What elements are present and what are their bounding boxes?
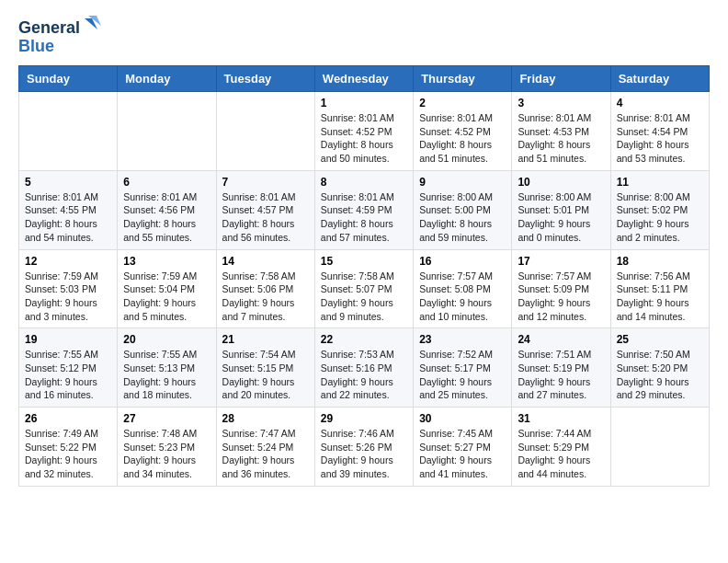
calendar-cell	[610, 408, 709, 487]
day-number: 8	[321, 176, 407, 189]
svg-text:General: General	[18, 18, 80, 37]
calendar-cell	[19, 92, 118, 171]
calendar-cell: 30Sunrise: 7:45 AM Sunset: 5:27 PM Dayli…	[414, 408, 512, 487]
day-number: 17	[518, 255, 604, 268]
calendar-cell: 8Sunrise: 8:01 AM Sunset: 4:59 PM Daylig…	[314, 170, 413, 249]
day-info: Sunrise: 8:01 AM Sunset: 4:53 PM Dayligh…	[518, 111, 604, 166]
day-info: Sunrise: 7:58 AM Sunset: 5:07 PM Dayligh…	[321, 270, 407, 324]
day-info: Sunrise: 8:01 AM Sunset: 4:57 PM Dayligh…	[222, 190, 309, 245]
day-info: Sunrise: 8:00 AM Sunset: 5:02 PM Dayligh…	[617, 190, 703, 245]
day-info: Sunrise: 8:01 AM Sunset: 4:59 PM Dayligh…	[321, 190, 407, 245]
day-info: Sunrise: 7:49 AM Sunset: 5:22 PM Dayligh…	[25, 427, 111, 481]
day-info: Sunrise: 7:51 AM Sunset: 5:19 PM Dayligh…	[518, 348, 604, 402]
svg-text:Blue: Blue	[18, 37, 54, 55]
day-number: 23	[419, 333, 506, 346]
day-info: Sunrise: 7:55 AM Sunset: 5:12 PM Dayligh…	[25, 348, 111, 402]
calendar-cell: 13Sunrise: 7:59 AM Sunset: 5:04 PM Dayli…	[118, 249, 216, 328]
day-number: 24	[518, 333, 604, 346]
day-info: Sunrise: 8:01 AM Sunset: 4:52 PM Dayligh…	[321, 111, 407, 166]
day-info: Sunrise: 7:46 AM Sunset: 5:26 PM Dayligh…	[321, 427, 407, 481]
calendar-cell: 24Sunrise: 7:51 AM Sunset: 5:19 PM Dayli…	[512, 328, 610, 408]
calendar-cell: 17Sunrise: 7:57 AM Sunset: 5:09 PM Dayli…	[512, 249, 610, 328]
calendar-table: SundayMondayTuesdayWednesdayThursdayFrid…	[18, 65, 710, 487]
day-info: Sunrise: 8:01 AM Sunset: 4:55 PM Dayligh…	[25, 190, 111, 245]
calendar-week-row: 19Sunrise: 7:55 AM Sunset: 5:12 PM Dayli…	[19, 328, 710, 408]
day-number: 3	[518, 97, 604, 109]
day-info: Sunrise: 7:47 AM Sunset: 5:24 PM Dayligh…	[222, 427, 309, 481]
calendar-cell: 14Sunrise: 7:58 AM Sunset: 5:06 PM Dayli…	[216, 249, 314, 328]
day-number: 15	[321, 255, 407, 268]
calendar-cell: 26Sunrise: 7:49 AM Sunset: 5:22 PM Dayli…	[19, 408, 118, 487]
weekday-header: Sunday	[19, 66, 118, 92]
weekday-header: Wednesday	[314, 66, 413, 92]
day-number: 6	[123, 176, 210, 189]
calendar-cell: 3Sunrise: 8:01 AM Sunset: 4:53 PM Daylig…	[512, 92, 610, 171]
day-number: 31	[518, 412, 604, 425]
day-number: 12	[25, 255, 111, 268]
day-info: Sunrise: 7:57 AM Sunset: 5:08 PM Dayligh…	[419, 270, 506, 324]
day-number: 1	[321, 97, 407, 109]
weekday-header: Friday	[512, 66, 610, 92]
day-number: 20	[123, 333, 210, 346]
calendar-cell	[216, 92, 314, 171]
day-info: Sunrise: 7:54 AM Sunset: 5:15 PM Dayligh…	[222, 348, 309, 402]
day-info: Sunrise: 8:00 AM Sunset: 5:01 PM Dayligh…	[518, 190, 604, 245]
logo: General Blue	[18, 15, 101, 56]
calendar-cell: 5Sunrise: 8:01 AM Sunset: 4:55 PM Daylig…	[19, 170, 118, 249]
day-number: 5	[25, 176, 111, 189]
day-number: 9	[419, 176, 506, 189]
day-info: Sunrise: 7:57 AM Sunset: 5:09 PM Dayligh…	[518, 270, 604, 324]
day-info: Sunrise: 7:48 AM Sunset: 5:23 PM Dayligh…	[123, 427, 210, 481]
day-number: 30	[419, 412, 506, 425]
day-info: Sunrise: 7:55 AM Sunset: 5:13 PM Dayligh…	[123, 348, 210, 402]
day-number: 11	[617, 176, 703, 189]
calendar-cell: 12Sunrise: 7:59 AM Sunset: 5:03 PM Dayli…	[19, 249, 118, 328]
day-info: Sunrise: 7:58 AM Sunset: 5:06 PM Dayligh…	[222, 270, 309, 324]
calendar-cell: 29Sunrise: 7:46 AM Sunset: 5:26 PM Dayli…	[314, 408, 413, 487]
calendar-cell: 21Sunrise: 7:54 AM Sunset: 5:15 PM Dayli…	[216, 328, 314, 408]
calendar-cell: 28Sunrise: 7:47 AM Sunset: 5:24 PM Dayli…	[216, 408, 314, 487]
day-number: 4	[617, 97, 703, 109]
calendar-week-row: 12Sunrise: 7:59 AM Sunset: 5:03 PM Dayli…	[19, 249, 710, 328]
day-info: Sunrise: 7:45 AM Sunset: 5:27 PM Dayligh…	[419, 427, 506, 481]
day-number: 19	[25, 333, 111, 346]
calendar-cell: 27Sunrise: 7:48 AM Sunset: 5:23 PM Dayli…	[118, 408, 216, 487]
calendar-cell: 18Sunrise: 7:56 AM Sunset: 5:11 PM Dayli…	[610, 249, 709, 328]
day-info: Sunrise: 8:01 AM Sunset: 4:54 PM Dayligh…	[617, 111, 703, 166]
day-number: 13	[123, 255, 210, 268]
day-info: Sunrise: 7:56 AM Sunset: 5:11 PM Dayligh…	[617, 270, 703, 324]
header: General Blue	[18, 15, 710, 56]
day-number: 29	[321, 412, 407, 425]
calendar-cell: 4Sunrise: 8:01 AM Sunset: 4:54 PM Daylig…	[610, 92, 709, 171]
day-info: Sunrise: 7:59 AM Sunset: 5:04 PM Dayligh…	[123, 270, 210, 324]
weekday-header: Thursday	[414, 66, 512, 92]
day-number: 21	[222, 333, 309, 346]
calendar-cell	[118, 92, 216, 171]
day-number: 16	[419, 255, 506, 268]
calendar-cell: 22Sunrise: 7:53 AM Sunset: 5:16 PM Dayli…	[314, 328, 413, 408]
calendar-cell: 2Sunrise: 8:01 AM Sunset: 4:52 PM Daylig…	[414, 92, 512, 171]
weekday-header: Tuesday	[216, 66, 314, 92]
calendar-cell: 7Sunrise: 8:01 AM Sunset: 4:57 PM Daylig…	[216, 170, 314, 249]
day-info: Sunrise: 7:53 AM Sunset: 5:16 PM Dayligh…	[321, 348, 407, 402]
day-number: 22	[321, 333, 407, 346]
calendar-week-row: 5Sunrise: 8:01 AM Sunset: 4:55 PM Daylig…	[19, 170, 710, 249]
weekday-header: Monday	[118, 66, 216, 92]
day-info: Sunrise: 8:00 AM Sunset: 5:00 PM Dayligh…	[419, 190, 506, 245]
day-info: Sunrise: 8:01 AM Sunset: 4:56 PM Dayligh…	[123, 190, 210, 245]
day-info: Sunrise: 7:50 AM Sunset: 5:20 PM Dayligh…	[617, 348, 703, 402]
calendar-cell: 9Sunrise: 8:00 AM Sunset: 5:00 PM Daylig…	[414, 170, 512, 249]
weekday-header: Saturday	[610, 66, 709, 92]
page: General Blue SundayMondayTuesdayWednesda…	[0, 0, 728, 501]
day-number: 10	[518, 176, 604, 189]
calendar-cell: 16Sunrise: 7:57 AM Sunset: 5:08 PM Dayli…	[414, 249, 512, 328]
day-number: 27	[123, 412, 210, 425]
day-info: Sunrise: 8:01 AM Sunset: 4:52 PM Dayligh…	[419, 111, 506, 166]
day-number: 7	[222, 176, 309, 189]
calendar-cell: 15Sunrise: 7:58 AM Sunset: 5:07 PM Dayli…	[314, 249, 413, 328]
calendar-cell: 19Sunrise: 7:55 AM Sunset: 5:12 PM Dayli…	[19, 328, 118, 408]
day-info: Sunrise: 7:59 AM Sunset: 5:03 PM Dayligh…	[25, 270, 111, 324]
calendar-cell: 10Sunrise: 8:00 AM Sunset: 5:01 PM Dayli…	[512, 170, 610, 249]
day-number: 14	[222, 255, 309, 268]
day-info: Sunrise: 7:52 AM Sunset: 5:17 PM Dayligh…	[419, 348, 506, 402]
